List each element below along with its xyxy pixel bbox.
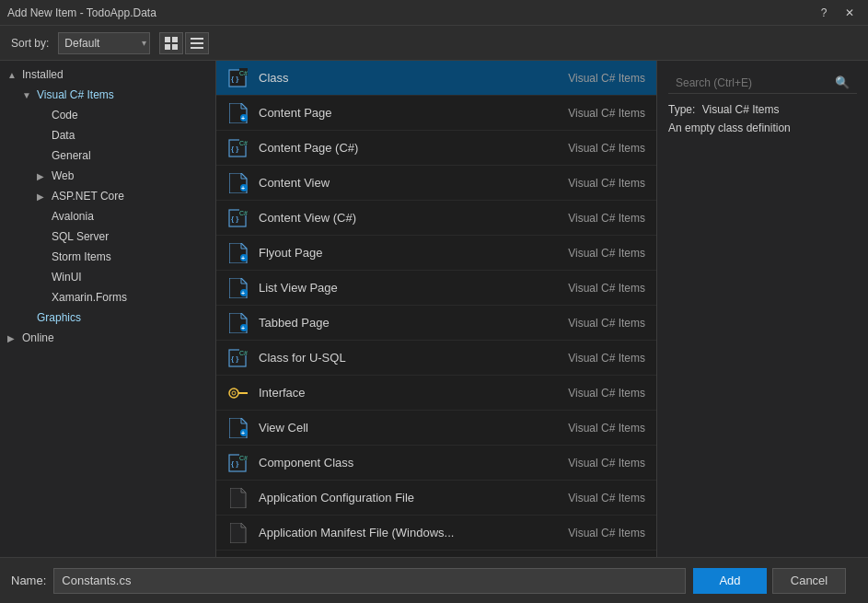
item-row-interface[interactable]: InterfaceVisual C# Items <box>216 376 656 411</box>
title-bar: Add New Item - TodoApp.Data ? ✕ <box>0 0 868 26</box>
tree-expander-web[interactable]: ▶ <box>37 171 52 181</box>
item-row-app-manifest[interactable]: Application Manifest File (Windows...Vis… <box>216 516 656 551</box>
sidebar-item-installed[interactable]: ▲Installed <box>0 64 215 85</box>
item-row-app-config[interactable]: Application Configuration FileVisual C# … <box>216 481 656 516</box>
item-row-tabbed-page[interactable]: + Tabbed PageVisual C# Items <box>216 306 656 341</box>
sidebar-item-aspnet-core[interactable]: ▶ASP.NET Core <box>0 186 215 206</box>
item-icon-interface <box>227 382 249 404</box>
item-name-content-view: Content View <box>259 176 516 190</box>
item-row-class[interactable]: { } C# ClassVisual C# Items <box>216 61 656 96</box>
svg-marker-49 <box>230 523 246 543</box>
item-row-content-page-cs[interactable]: { } C# Content Page (C#)Visual C# Items <box>216 131 656 166</box>
search-input[interactable] <box>676 76 829 89</box>
sidebar-item-winui[interactable]: WinUI <box>0 267 215 287</box>
item-category-content-page-cs: Visual C# Items <box>526 142 645 155</box>
sidebar-label-graphics: Graphics <box>37 311 81 324</box>
svg-text:+: + <box>241 325 245 331</box>
item-name-content-page: Content Page <box>259 106 516 120</box>
svg-text:+: + <box>241 255 245 261</box>
sidebar-label-general: General <box>52 149 91 162</box>
item-name-content-page-cs: Content Page (C#) <box>259 141 516 155</box>
sort-select[interactable]: Default Name Type <box>58 32 150 54</box>
sidebar-label-online: Online <box>22 331 54 344</box>
item-name-class-usql: Class for U-SQL <box>259 351 516 365</box>
sidebar-label-avalonia: Avalonia <box>52 210 94 223</box>
svg-marker-48 <box>230 488 246 508</box>
svg-text:+: + <box>241 115 245 122</box>
item-row-view-cell[interactable]: + View CellVisual C# Items <box>216 411 656 446</box>
sidebar-item-code[interactable]: Code <box>0 105 215 125</box>
sidebar-item-graphics[interactable]: Graphics <box>0 307 215 328</box>
toolbar: Sort by: Default Name Type <box>0 26 868 61</box>
item-category-app-manifest: Visual C# Items <box>526 527 645 539</box>
svg-text:+: + <box>241 185 245 191</box>
items-list: { } C# ClassVisual C# Items + Content Pa… <box>216 61 656 557</box>
item-category-class: Visual C# Items <box>526 72 645 85</box>
help-button[interactable]: ? <box>813 5 835 21</box>
item-icon-content-view-cs: { } C# <box>227 207 249 229</box>
item-category-tabbed-page: Visual C# Items <box>526 317 645 330</box>
item-row-flyout-page[interactable]: + Flyout PageVisual C# Items <box>216 236 656 271</box>
list-view-button[interactable] <box>185 32 209 54</box>
sidebar-item-storm-items[interactable]: Storm Items <box>0 247 215 267</box>
item-icon-app-config <box>227 487 249 509</box>
action-buttons: Add Cancel <box>693 568 857 594</box>
sidebar-item-data[interactable]: Data <box>0 125 215 145</box>
item-name-app-manifest: Application Manifest File (Windows... <box>259 526 516 539</box>
sidebar-label-winui: WinUI <box>52 271 82 284</box>
sidebar-item-xamarin-forms[interactable]: Xamarin.Forms <box>0 287 215 307</box>
item-category-content-page: Visual C# Items <box>526 107 645 120</box>
item-row-list-view-page[interactable]: + List View PageVisual C# Items <box>216 271 656 306</box>
item-category-list-view-page: Visual C# Items <box>526 282 645 295</box>
svg-text:{ }: { } <box>231 75 238 83</box>
sidebar-label-code: Code <box>52 109 78 122</box>
sidebar-item-visual-csharp-items[interactable]: ▼Visual C# Items <box>0 85 215 105</box>
sidebar-item-avalonia[interactable]: Avalonia <box>0 206 215 226</box>
sidebar-label-aspnet-core: ASP.NET Core <box>52 190 124 203</box>
item-name-flyout-page: Flyout Page <box>259 246 516 260</box>
item-icon-view-cell: + <box>227 417 249 439</box>
sidebar-label-storm-items: Storm Items <box>52 250 111 263</box>
item-name-interface: Interface <box>259 386 516 400</box>
sort-select-wrap: Default Name Type <box>58 32 150 54</box>
tree-expander-aspnet-core[interactable]: ▶ <box>37 191 52 202</box>
svg-rect-3 <box>172 44 178 50</box>
cancel-button[interactable]: Cancel <box>772 568 846 594</box>
item-icon-flyout-page: + <box>227 242 249 264</box>
item-category-view-cell: Visual C# Items <box>526 422 645 435</box>
item-row-content-view[interactable]: + Content ViewVisual C# Items <box>216 166 656 201</box>
grid-view-button[interactable] <box>159 32 183 54</box>
svg-text:+: + <box>241 430 245 436</box>
item-icon-content-page-cs: { } C# <box>227 137 249 159</box>
sidebar-item-sql-server[interactable]: SQL Server <box>0 226 215 247</box>
item-icon-content-page: + <box>227 102 249 124</box>
svg-text:+: + <box>241 290 245 296</box>
tree-expander-installed[interactable]: ▲ <box>7 70 22 80</box>
add-button[interactable]: Add <box>693 568 767 594</box>
item-row-component-class[interactable]: { } C# Component ClassVisual C# Items <box>216 446 656 481</box>
item-row-content-page[interactable]: + Content PageVisual C# Items <box>216 96 656 131</box>
view-buttons <box>159 32 209 54</box>
svg-text:{ }: { } <box>231 459 238 468</box>
sidebar-item-online[interactable]: ▶Online <box>0 328 215 348</box>
svg-text:C#: C# <box>239 350 248 356</box>
sidebar-item-general[interactable]: General <box>0 145 215 166</box>
tree-expander-online[interactable]: ▶ <box>7 333 22 343</box>
search-icon[interactable]: 🔍 <box>835 75 850 89</box>
tree-expander-visual-csharp-items[interactable]: ▼ <box>22 90 37 100</box>
item-category-content-view: Visual C# Items <box>526 177 645 190</box>
detail-description: An empty class definition <box>668 122 857 134</box>
item-name-app-config: Application Configuration File <box>259 491 516 504</box>
sidebar-label-data: Data <box>52 129 75 142</box>
close-button[interactable]: ✕ <box>839 5 861 21</box>
item-icon-list-view-page: + <box>227 277 249 299</box>
sidebar-item-web[interactable]: ▶Web <box>0 166 215 186</box>
item-row-content-view-cs[interactable]: { } C# Content View (C#)Visual C# Items <box>216 201 656 236</box>
item-name-content-view-cs: Content View (C#) <box>259 211 516 225</box>
item-row-class-usql[interactable]: { } C# Class for U-SQLVisual C# Items <box>216 341 656 376</box>
dialog-body: Sort by: Default Name Type <box>0 26 868 603</box>
name-input[interactable] <box>53 568 686 594</box>
right-panel: 🔍 Type: Visual C# Items An empty class d… <box>656 61 868 557</box>
svg-rect-1 <box>172 37 178 42</box>
sidebar-label-web: Web <box>52 169 74 182</box>
